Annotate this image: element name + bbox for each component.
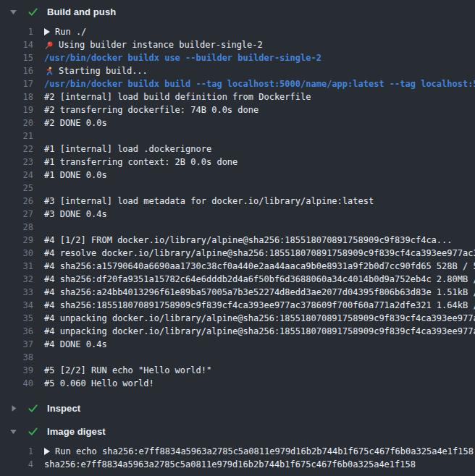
line-number[interactable]: 32 (0, 274, 33, 284)
log-line: 17/usr/bin/docker buildx build --tag loc… (0, 77, 475, 90)
line-content: #4 [1/2] FROM docker.io/library/alpine@s… (33, 235, 475, 245)
line-text: #5 [2/2] RUN echo "Hello world!" (44, 365, 211, 375)
line-content: #5 0.060 Hello world! (33, 378, 475, 388)
log-line: 4sha256:e7ff8834a5963a2785c5a0811e979d16… (0, 458, 475, 471)
log-line: 1Run ./ (0, 25, 475, 38)
line-text: #4 unpacking docker.io/library/alpine@sh… (44, 326, 475, 336)
line-number[interactable]: 20 (0, 118, 33, 128)
line-number[interactable]: 15 (0, 53, 33, 63)
line-number[interactable]: 31 (0, 261, 33, 271)
section-title: Image digest (47, 426, 106, 437)
log-line: 36#4 unpacking docker.io/library/alpine@… (0, 325, 475, 338)
section-header-inspect[interactable]: Inspect (0, 396, 475, 420)
line-text: #4 sha256:df20fa9351a15782c64e6dddb2d4a6… (44, 274, 475, 284)
line-number[interactable]: 33 (0, 287, 33, 297)
line-text: #4 sha256:a15790640a6690aa1730c38cf0a440… (44, 261, 475, 271)
line-text: #4 sha256:185518070891758909c9f839cf4ca3… (44, 300, 475, 310)
line-number[interactable]: 1 (0, 446, 33, 456)
line-number[interactable]: 18 (0, 92, 33, 102)
line-text: #2 transferring dockerfile: 74B 0.0s don… (44, 105, 258, 115)
check-icon (27, 425, 38, 437)
line-content: Using builder instance builder-single-2 (33, 40, 475, 50)
line-number[interactable]: 16 (0, 66, 33, 76)
section-header-build-and-push[interactable]: Build and push (0, 0, 475, 23)
line-text: #2 [internal] load build definition from… (44, 92, 311, 102)
line-text: Using builder instance builder-single-2 (59, 40, 263, 50)
log-line: 22#1 [internal] load .dockerignore (0, 143, 475, 156)
line-number[interactable]: 40 (0, 378, 33, 388)
log-line: 21 (0, 129, 475, 143)
log-line: 14Using builder instance builder-single-… (0, 38, 475, 51)
line-number[interactable]: 21 (0, 131, 33, 141)
log-line: 39#5 [2/2] RUN echo "Hello world!" (0, 364, 475, 377)
line-number[interactable]: 39 (0, 365, 33, 375)
line-content: Run echo sha256:e7ff8834a5963a2785c5a081… (33, 446, 475, 456)
check-icon (27, 402, 38, 414)
pushpin-icon (44, 41, 54, 50)
line-number[interactable]: 23 (0, 157, 33, 167)
log-line: 20#2 DONE 0.0s (0, 116, 475, 129)
log-line: 40#5 0.060 Hello world! (0, 377, 475, 390)
line-text: Run ./ (55, 27, 86, 37)
line-number[interactable]: 1 (0, 27, 33, 37)
line-content: #3 DONE 0.4s (33, 209, 475, 219)
log-line: 29#4 [1/2] FROM docker.io/library/alpine… (0, 234, 475, 247)
line-text: sha256:e7ff8834a5963a2785c5a0811e979d16b… (44, 459, 416, 469)
log-line: 27#3 DONE 0.4s (0, 208, 475, 221)
line-number[interactable]: 25 (0, 183, 33, 193)
log-line: 16Starting build... (0, 64, 475, 77)
line-number[interactable]: 22 (0, 144, 33, 154)
log-line: 33#4 sha256:a24bb4013296f61e89ba57005a7b… (0, 286, 475, 299)
runner-icon (44, 67, 54, 76)
section-title: Inspect (47, 403, 80, 414)
line-number[interactable]: 14 (0, 40, 33, 50)
section-header-image-digest[interactable]: Image digest (0, 420, 475, 443)
line-text: #3 [internal] load metadata for docker.i… (44, 196, 374, 206)
line-number[interactable]: 4 (0, 459, 33, 469)
line-number[interactable]: 19 (0, 105, 33, 115)
log-line: 31#4 sha256:a15790640a6690aa1730c38cf0a4… (0, 260, 475, 273)
expand-group-icon[interactable] (44, 28, 50, 35)
line-content: #4 sha256:df20fa9351a15782c64e6dddb2d4a6… (33, 274, 475, 284)
line-content: #4 resolve docker.io/library/alpine@sha2… (33, 248, 475, 258)
section-build-and-push: Build and push1Run ./14Using builder ins… (0, 0, 475, 396)
line-number[interactable]: 34 (0, 300, 33, 310)
log-line: 38 (0, 351, 475, 364)
line-number[interactable]: 24 (0, 170, 33, 180)
line-text: #4 DONE 0.4s (44, 339, 107, 349)
line-text: /usr/bin/docker buildx use --builder bui… (44, 53, 321, 63)
workflow-log: Build and push1Run ./14Using builder ins… (0, 0, 475, 476)
chevron-down-icon[interactable] (9, 428, 17, 435)
line-number[interactable]: 37 (0, 339, 33, 349)
log-line: 24#1 DONE 0.0s (0, 169, 475, 182)
line-number[interactable]: 35 (0, 313, 33, 323)
line-content: #1 [internal] load .dockerignore (33, 144, 475, 154)
line-content: #4 unpacking docker.io/library/alpine@sh… (33, 313, 475, 323)
line-number[interactable]: 17 (0, 79, 33, 89)
line-content: Run ./ (33, 27, 475, 37)
line-number[interactable]: 27 (0, 209, 33, 219)
line-number[interactable]: 30 (0, 248, 33, 258)
chevron-right-icon[interactable] (9, 404, 17, 412)
line-content: sha256:e7ff8834a5963a2785c5a0811e979d16b… (33, 459, 475, 469)
expand-group-icon[interactable] (44, 448, 50, 455)
line-content: #2 [internal] load build definition from… (33, 92, 475, 102)
line-number[interactable]: 26 (0, 196, 33, 206)
log-line: 1Run echo sha256:e7ff8834a5963a2785c5a08… (0, 445, 475, 458)
line-number[interactable]: 36 (0, 326, 33, 336)
line-content: #1 transferring context: 2B 0.0s done (33, 157, 475, 167)
line-content: #4 unpacking docker.io/library/alpine@sh… (33, 326, 475, 336)
line-content: #3 [internal] load metadata for docker.i… (33, 196, 475, 206)
line-text: #5 0.060 Hello world! (44, 378, 154, 388)
log-line: 37#4 DONE 0.4s (0, 338, 475, 351)
log-line: 26#3 [internal] load metadata for docker… (0, 195, 475, 208)
line-text: #4 resolve docker.io/library/alpine@sha2… (44, 248, 475, 258)
check-icon (27, 6, 38, 17)
line-number[interactable]: 28 (0, 222, 33, 232)
chevron-down-icon[interactable] (9, 8, 17, 16)
line-text: #2 DONE 0.0s (44, 118, 107, 128)
line-content: #2 transferring dockerfile: 74B 0.0s don… (33, 105, 475, 115)
line-content: /usr/bin/docker buildx build --tag local… (33, 79, 475, 89)
line-number[interactable]: 29 (0, 235, 33, 245)
line-number[interactable]: 38 (0, 352, 33, 362)
